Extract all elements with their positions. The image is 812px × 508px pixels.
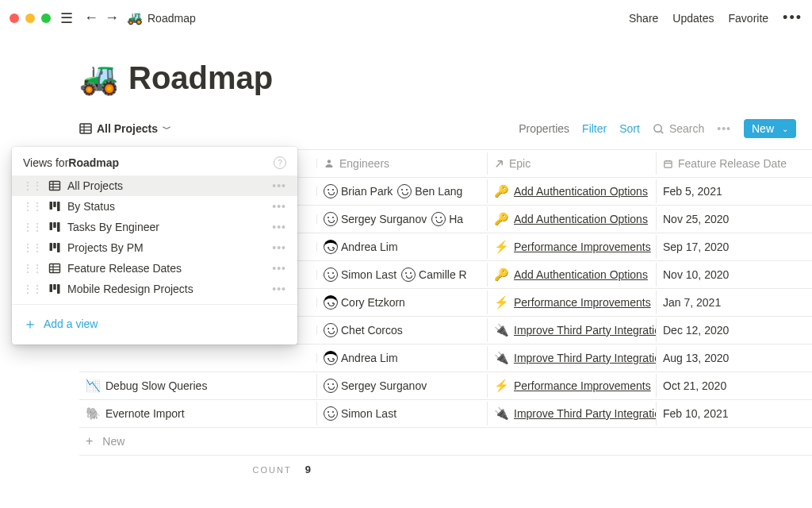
cell-epic[interactable]: 🔌Improve Third Party Integrations xyxy=(488,346,657,370)
cell-epic[interactable]: ⚡Performance Improvements xyxy=(488,291,657,314)
cell-date[interactable]: Feb 10, 2021 xyxy=(657,402,812,425)
new-button[interactable]: New ⌄ xyxy=(744,119,796,138)
cell-epic[interactable]: 🔑Add Authentication Options xyxy=(488,207,657,231)
drag-handle-icon[interactable]: ⋮⋮ xyxy=(23,180,42,191)
cell-date[interactable]: Feb 5, 2021 xyxy=(657,180,812,202)
drag-handle-icon[interactable]: ⋮⋮ xyxy=(23,201,42,212)
svg-rect-24 xyxy=(50,264,60,273)
epic-link[interactable]: Add Authentication Options xyxy=(514,185,648,198)
column-engineers-header[interactable]: Engineers xyxy=(317,152,488,175)
cell-name[interactable] xyxy=(79,353,317,363)
view-item[interactable]: ⋮⋮All Projects••• xyxy=(12,175,297,196)
epic-emoji-icon: 🔌 xyxy=(494,351,509,365)
maximize-window[interactable] xyxy=(41,13,51,23)
close-window[interactable] xyxy=(10,13,19,23)
search-button[interactable]: Search xyxy=(653,122,704,135)
epic-link[interactable]: Improve Third Party Integrations xyxy=(514,352,657,364)
epic-link[interactable]: Performance Improvements xyxy=(514,241,651,253)
table-row[interactable]: Andrea Lim🔌Improve Third Party Integrati… xyxy=(79,344,812,372)
svg-rect-11 xyxy=(50,182,60,190)
cell-date[interactable]: Aug 13, 2020 xyxy=(657,347,812,369)
table-row[interactable]: 🐘Evernote ImportSimon Last🔌Improve Third… xyxy=(79,400,812,428)
cell-engineers[interactable]: Simon Last xyxy=(317,402,488,425)
cell-engineers[interactable]: Sergey Surganov xyxy=(317,374,488,398)
epic-link[interactable]: Add Authentication Options xyxy=(514,268,648,281)
cell-engineers[interactable]: Brian Park Ben Lang xyxy=(317,179,488,203)
cell-epic[interactable]: ⚡Performance Improvements xyxy=(488,235,657,259)
view-picker[interactable]: All Projects ﹀ xyxy=(79,122,171,135)
drag-handle-icon[interactable]: ⋮⋮ xyxy=(23,221,42,233)
view-item-more-icon[interactable]: ••• xyxy=(272,283,286,295)
table-row[interactable]: 📉Debug Slow QueriesSergey Surganov⚡Perfo… xyxy=(79,372,812,400)
cell-date[interactable]: Dec 12, 2020 xyxy=(657,319,812,341)
more-menu-icon[interactable]: ••• xyxy=(783,10,802,26)
view-item[interactable]: ⋮⋮Projects By PM••• xyxy=(12,237,297,258)
filter-button[interactable]: Filter xyxy=(582,122,607,135)
drag-handle-icon[interactable]: ⋮⋮ xyxy=(23,263,42,274)
page-emoji-icon[interactable]: 🚜 xyxy=(79,60,119,97)
view-item[interactable]: ⋮⋮Mobile Redesign Projects••• xyxy=(12,279,297,299)
epic-link[interactable]: Improve Third Party Integrations xyxy=(514,407,657,420)
epic-link[interactable]: Performance Improvements xyxy=(514,296,651,309)
epic-link[interactable]: Improve Third Party Integrations xyxy=(514,324,657,337)
updates-button[interactable]: Updates xyxy=(672,12,714,25)
cell-epic[interactable]: ⚡Performance Improvements xyxy=(488,374,657,398)
epic-link[interactable]: Add Authentication Options xyxy=(514,213,648,225)
cell-engineers[interactable]: Simon Last Camille R xyxy=(317,263,488,287)
sidebar-toggle-icon[interactable]: ☰ xyxy=(60,10,73,27)
drag-handle-icon[interactable]: ⋮⋮ xyxy=(23,242,42,253)
cell-date[interactable]: Nov 25, 2020 xyxy=(657,208,812,230)
properties-button[interactable]: Properties xyxy=(519,122,569,135)
avatar-icon xyxy=(324,379,338,393)
view-item[interactable]: ⋮⋮Tasks By Engineer••• xyxy=(12,217,297,237)
breadcrumb[interactable]: 🚜 Roadmap xyxy=(127,10,196,25)
svg-rect-22 xyxy=(53,243,56,248)
cell-engineers[interactable]: Cory Etzkorn xyxy=(317,291,488,314)
cell-name[interactable]: 🐘Evernote Import xyxy=(79,402,317,425)
breadcrumb-text: Roadmap xyxy=(147,12,196,25)
cell-engineers[interactable]: Andrea Lim xyxy=(317,235,488,259)
view-item-more-icon[interactable]: ••• xyxy=(272,221,286,233)
view-item[interactable]: ⋮⋮By Status••• xyxy=(12,196,297,217)
share-button[interactable]: Share xyxy=(629,12,658,25)
epic-link[interactable]: Performance Improvements xyxy=(514,379,651,392)
new-button-label: New xyxy=(752,122,774,135)
help-icon[interactable]: ? xyxy=(274,156,286,169)
person-chip: Simon Last xyxy=(324,406,396,421)
svg-rect-7 xyxy=(665,160,672,167)
person-chip: Chet Corcos xyxy=(324,323,403,337)
svg-rect-0 xyxy=(80,124,91,133)
cell-date[interactable]: Oct 21, 2020 xyxy=(657,375,812,397)
cell-date[interactable]: Nov 10, 2020 xyxy=(657,264,812,286)
cell-epic[interactable]: 🔑Add Authentication Options xyxy=(488,263,657,287)
minimize-window[interactable] xyxy=(25,13,35,23)
sort-button[interactable]: Sort xyxy=(619,122,640,135)
favorite-button[interactable]: Favorite xyxy=(729,12,769,25)
nav-forward-icon[interactable]: → xyxy=(105,10,119,26)
drag-handle-icon[interactable]: ⋮⋮ xyxy=(23,283,42,294)
cell-epic[interactable]: 🔌Improve Third Party Integrations xyxy=(488,318,657,342)
view-item-more-icon[interactable]: ••• xyxy=(272,241,286,254)
person-name: Camille R xyxy=(419,268,467,281)
person-chip: Camille R xyxy=(401,267,467,282)
cell-name[interactable]: 📉Debug Slow Queries xyxy=(79,374,317,398)
toolbar-more-icon[interactable]: ••• xyxy=(717,122,731,135)
column-date-header[interactable]: Feature Release Date xyxy=(657,152,812,175)
add-view-button[interactable]: ＋ Add a view xyxy=(12,310,297,338)
cell-date[interactable]: Sep 17, 2020 xyxy=(657,236,812,258)
cell-epic[interactable]: 🔑Add Authentication Options xyxy=(488,179,657,203)
cell-epic[interactable]: 🔌Improve Third Party Integrations xyxy=(488,402,657,425)
view-item-more-icon[interactable]: ••• xyxy=(272,179,286,192)
cell-engineers[interactable]: Sergey Surganov Ha xyxy=(317,207,488,231)
view-item-more-icon[interactable]: ••• xyxy=(272,262,286,275)
cell-date[interactable]: Jan 7, 2021 xyxy=(657,291,812,314)
column-epic-header[interactable]: Epic xyxy=(488,152,657,175)
search-label: Search xyxy=(669,122,704,135)
cell-engineers[interactable]: Andrea Lim xyxy=(317,346,488,370)
view-item[interactable]: ⋮⋮Feature Release Dates••• xyxy=(12,258,297,279)
view-item-more-icon[interactable]: ••• xyxy=(272,200,286,213)
new-row[interactable]: + New xyxy=(79,428,812,456)
page-title[interactable]: Roadmap xyxy=(128,60,273,96)
cell-engineers[interactable]: Chet Corcos xyxy=(317,318,488,342)
nav-back-icon[interactable]: ← xyxy=(84,10,98,26)
